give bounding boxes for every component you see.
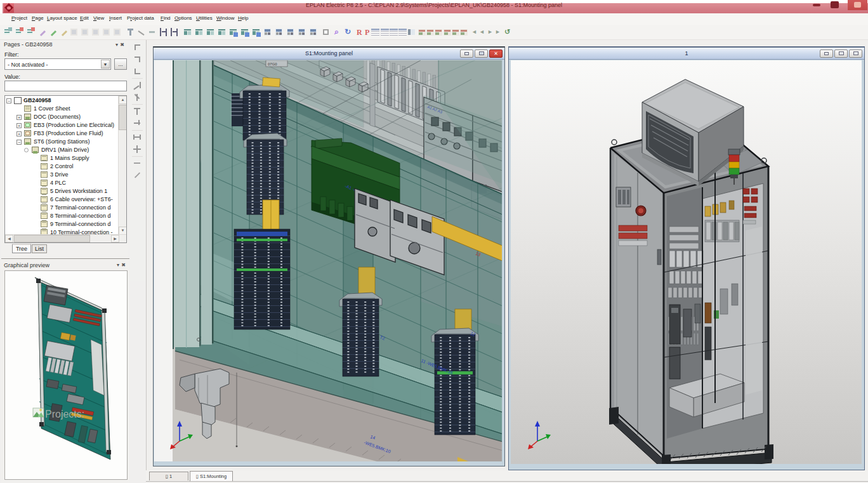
svg-text:07G0: 07G0 <box>268 62 277 66</box>
svg-text:Projects:: Projects: <box>45 409 84 420</box>
